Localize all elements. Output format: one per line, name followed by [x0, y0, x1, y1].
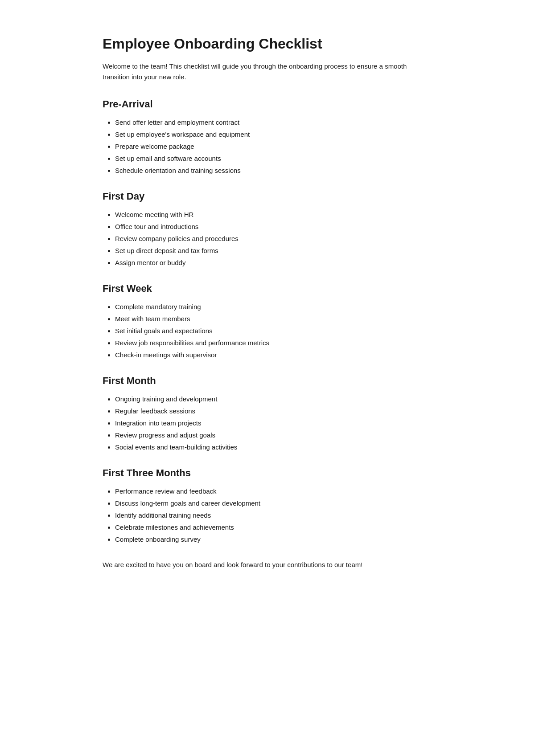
closing-text: We are excited to have you on board and …	[103, 560, 432, 570]
section-list-first-day: Welcome meeting with HROffice tour and i…	[103, 208, 432, 269]
list-item: Assign mentor or buddy	[115, 257, 432, 269]
list-item: Schedule orientation and training sessio…	[115, 164, 432, 176]
list-item: Complete onboarding survey	[115, 533, 432, 545]
list-item: Performance review and feedback	[115, 485, 432, 497]
section-title-first-three-months: First Three Months	[103, 467, 432, 479]
section-title-first-week: First Week	[103, 283, 432, 294]
section-list-first-three-months: Performance review and feedbackDiscuss l…	[103, 485, 432, 545]
section-pre-arrival: Pre-ArrivalSend offer letter and employm…	[103, 98, 432, 176]
section-title-first-month: First Month	[103, 375, 432, 387]
list-item: Ongoing training and development	[115, 393, 432, 405]
list-item: Meet with team members	[115, 313, 432, 325]
page-container: Employee Onboarding Checklist Welcome to…	[67, 0, 468, 606]
section-title-pre-arrival: Pre-Arrival	[103, 98, 432, 110]
section-list-pre-arrival: Send offer letter and employment contrac…	[103, 116, 432, 176]
sections-container: Pre-ArrivalSend offer letter and employm…	[103, 98, 432, 545]
list-item: Celebrate milestones and achievements	[115, 521, 432, 533]
list-item: Send offer letter and employment contrac…	[115, 116, 432, 128]
list-item: Review progress and adjust goals	[115, 429, 432, 441]
list-item: Set up employee's workspace and equipmen…	[115, 128, 432, 140]
list-item: Discuss long-term goals and career devel…	[115, 497, 432, 509]
list-item: Welcome meeting with HR	[115, 208, 432, 221]
section-first-month: First MonthOngoing training and developm…	[103, 375, 432, 453]
list-item: Prepare welcome package	[115, 140, 432, 152]
list-item: Identify additional training needs	[115, 509, 432, 521]
list-item: Social events and team-building activiti…	[115, 441, 432, 453]
section-first-day: First DayWelcome meeting with HROffice t…	[103, 191, 432, 269]
list-item: Integration into team projects	[115, 417, 432, 429]
list-item: Review company policies and procedures	[115, 233, 432, 245]
intro-text: Welcome to the team! This checklist will…	[103, 61, 432, 82]
list-item: Set initial goals and expectations	[115, 325, 432, 337]
list-item: Check-in meetings with supervisor	[115, 349, 432, 361]
section-title-first-day: First Day	[103, 191, 432, 202]
section-list-first-week: Complete mandatory trainingMeet with tea…	[103, 301, 432, 361]
list-item: Regular feedback sessions	[115, 405, 432, 417]
list-item: Review job responsibilities and performa…	[115, 337, 432, 349]
section-first-week: First WeekComplete mandatory trainingMee…	[103, 283, 432, 361]
list-item: Set up direct deposit and tax forms	[115, 245, 432, 257]
list-item: Set up email and software accounts	[115, 152, 432, 164]
page-title: Employee Onboarding Checklist	[103, 36, 432, 52]
list-item: Complete mandatory training	[115, 301, 432, 313]
section-list-first-month: Ongoing training and developmentRegular …	[103, 393, 432, 453]
list-item: Office tour and introductions	[115, 221, 432, 233]
section-first-three-months: First Three MonthsPerformance review and…	[103, 467, 432, 545]
